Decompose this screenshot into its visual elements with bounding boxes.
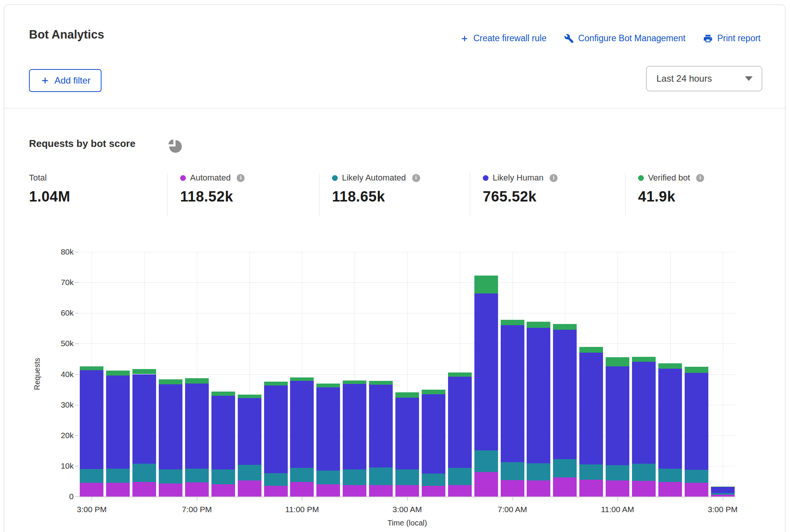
bar-segment-verified-bot[interactable]	[448, 372, 472, 377]
bar-segment-automated[interactable]	[316, 484, 340, 497]
bar-segment-automated[interactable]	[238, 480, 261, 497]
bar-segment-automated[interactable]	[501, 480, 524, 497]
bar-segment-automated[interactable]	[579, 480, 603, 497]
bar-segment-verified-bot[interactable]	[343, 380, 366, 384]
time-range-dropdown[interactable]: Last 24 hours	[646, 66, 762, 91]
add-filter-button[interactable]: Add filter	[29, 69, 102, 92]
bar-segment-automated[interactable]	[290, 482, 314, 497]
bar-segment-likely-human[interactable]	[632, 362, 656, 464]
bar-segment-likely-human[interactable]	[606, 366, 629, 466]
bar-segment-automated[interactable]	[106, 483, 130, 497]
bar-segment-likely-automated[interactable]	[711, 493, 735, 495]
bar-segment-likely-automated[interactable]	[422, 474, 445, 486]
bar-segment-verified-bot[interactable]	[606, 357, 629, 366]
bar-segment-likely-automated[interactable]	[448, 468, 472, 485]
configure-bot-management-link[interactable]: Configure Bot Management	[564, 33, 685, 44]
bar-segment-likely-human[interactable]	[132, 374, 156, 464]
bar-segment-automated[interactable]	[606, 480, 629, 497]
bar-segment-verified-bot[interactable]	[185, 378, 209, 384]
bar-segment-likely-human[interactable]	[369, 385, 393, 468]
bar-segment-likely-human[interactable]	[211, 396, 235, 470]
bar-segment-likely-automated[interactable]	[290, 468, 314, 482]
bar-segment-likely-human[interactable]	[343, 384, 366, 469]
bar-segment-likely-human[interactable]	[658, 369, 682, 469]
bar-segment-likely-automated[interactable]	[211, 469, 235, 484]
bar-segment-verified-bot[interactable]	[264, 382, 288, 385]
bar-segment-automated[interactable]	[553, 477, 577, 497]
bar-segment-verified-bot[interactable]	[632, 357, 656, 362]
bar-segment-verified-bot[interactable]	[501, 320, 524, 325]
bar-segment-verified-bot[interactable]	[369, 381, 393, 385]
bar-segment-likely-automated[interactable]	[264, 473, 288, 486]
bar-segment-likely-automated[interactable]	[369, 468, 393, 485]
bar-segment-likely-automated[interactable]	[553, 459, 577, 477]
bar-segment-likely-automated[interactable]	[579, 464, 603, 480]
bar-segment-likely-human[interactable]	[685, 373, 708, 470]
bar-segment-likely-automated[interactable]	[685, 470, 708, 483]
bar-segment-likely-human[interactable]	[527, 328, 550, 464]
bar-segment-automated[interactable]	[474, 472, 498, 497]
bar-segment-verified-bot[interactable]	[658, 363, 682, 369]
bar-segment-automated[interactable]	[632, 481, 656, 497]
bar-segment-verified-bot[interactable]	[685, 367, 708, 373]
bar-segment-likely-automated[interactable]	[80, 469, 103, 483]
stat-likely-human[interactable]: Likely Human i 765.52k	[470, 173, 625, 216]
bar-segment-likely-automated[interactable]	[159, 469, 182, 484]
bar-segment-automated[interactable]	[211, 484, 235, 497]
bar-segment-automated[interactable]	[343, 485, 366, 497]
info-icon[interactable]: i	[237, 174, 245, 182]
bar-segment-likely-automated[interactable]	[343, 469, 366, 485]
create-firewall-rule-link[interactable]: Create firewall rule	[460, 33, 547, 44]
bar-segment-likely-automated[interactable]	[632, 464, 656, 481]
legend-item-likely-automated[interactable]: Likely Automated i	[332, 173, 470, 183]
bar-segment-automated[interactable]	[448, 485, 472, 497]
bar-segment-likely-automated[interactable]	[106, 469, 130, 483]
bar-segment-likely-automated[interactable]	[527, 463, 550, 480]
legend-item-verified-bot[interactable]: Verified bot i	[638, 173, 766, 183]
bar-segment-automated[interactable]	[395, 485, 419, 497]
bar-segment-automated[interactable]	[132, 482, 156, 497]
bar-segment-verified-bot[interactable]	[238, 395, 261, 398]
bar-segment-verified-bot[interactable]	[422, 390, 445, 394]
bar-segment-likely-human[interactable]	[553, 330, 577, 459]
bar-segment-automated[interactable]	[685, 483, 708, 497]
bar-segment-likely-human[interactable]	[448, 377, 472, 468]
bar-segment-automated[interactable]	[369, 485, 393, 497]
info-icon[interactable]: i	[412, 174, 420, 182]
bar-segment-likely-human[interactable]	[185, 384, 209, 469]
bar-segment-likely-automated[interactable]	[658, 469, 682, 482]
bar-segment-likely-human[interactable]	[579, 353, 603, 464]
bar-segment-verified-bot[interactable]	[316, 384, 340, 387]
legend-item-automated[interactable]: Automated i	[180, 173, 319, 183]
bar-segment-likely-human[interactable]	[264, 385, 288, 473]
bar-segment-verified-bot[interactable]	[527, 322, 550, 328]
bar-segment-likely-automated[interactable]	[606, 465, 629, 480]
bar-segment-automated[interactable]	[527, 480, 550, 497]
bar-segment-automated[interactable]	[159, 484, 182, 497]
bar-segment-likely-human[interactable]	[474, 293, 498, 450]
bar-segment-verified-bot[interactable]	[211, 392, 235, 395]
bar-segment-likely-automated[interactable]	[316, 471, 340, 484]
bar-segment-likely-human[interactable]	[422, 394, 445, 474]
bar-segment-automated[interactable]	[264, 486, 288, 497]
bar-segment-likely-human[interactable]	[501, 325, 524, 462]
bar-segment-likely-automated[interactable]	[474, 450, 498, 472]
bar-segment-likely-automated[interactable]	[238, 465, 261, 480]
bar-segment-verified-bot[interactable]	[553, 324, 577, 330]
bar-segment-automated[interactable]	[80, 483, 103, 497]
info-icon[interactable]: i	[696, 174, 704, 182]
bar-segment-likely-human[interactable]	[106, 376, 130, 469]
bar-segment-verified-bot[interactable]	[132, 369, 156, 374]
bar-segment-automated[interactable]	[422, 486, 445, 497]
print-report-link[interactable]: Print report	[703, 33, 761, 44]
stat-automated[interactable]: Automated i 118.52k	[167, 173, 319, 216]
bar-segment-likely-human[interactable]	[159, 384, 182, 470]
bar-segment-likely-human[interactable]	[711, 487, 735, 493]
bar-segment-verified-bot[interactable]	[80, 366, 103, 370]
bar-segment-likely-human[interactable]	[290, 381, 314, 468]
bar-segment-verified-bot[interactable]	[474, 276, 498, 293]
stat-verified-bot[interactable]: Verified bot i 41.9k	[625, 173, 766, 216]
info-icon[interactable]: i	[550, 174, 558, 182]
bar-segment-likely-automated[interactable]	[132, 464, 156, 482]
bar-segment-automated[interactable]	[658, 482, 682, 497]
